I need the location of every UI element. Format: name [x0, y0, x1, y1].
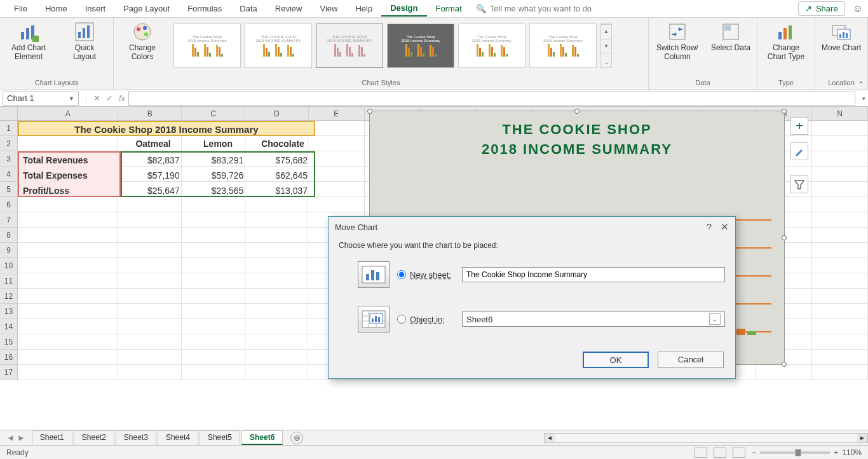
chart-handle[interactable]	[782, 109, 787, 114]
menu-format[interactable]: Format	[427, 1, 471, 16]
row-header-9[interactable]: 9	[0, 243, 17, 258]
row-header-12[interactable]: 12	[0, 289, 17, 304]
row-header-3[interactable]: 3	[0, 151, 17, 167]
dropdown-icon[interactable]: ⌄	[709, 313, 721, 325]
fx-icon[interactable]: fx	[116, 93, 128, 103]
column-header-B[interactable]: B	[118, 107, 182, 120]
row-header-2[interactable]: 2	[0, 136, 17, 151]
sheet-tab-sheet6[interactable]: Sheet6	[241, 430, 283, 445]
row-header-10[interactable]: 10	[0, 258, 17, 273]
zoom-in-button[interactable]: +	[834, 448, 838, 457]
horizontal-scrollbar[interactable]: ◄ ►	[544, 433, 868, 443]
select-data-button[interactable]: Select Data	[709, 20, 753, 53]
column-header-E[interactable]: E	[309, 107, 365, 120]
row-header-16[interactable]: 16	[0, 350, 17, 365]
chart-style-3[interactable]: THE COOKIE SHOP2018 INCOME SUMMARY	[316, 24, 383, 68]
sheet-tab-sheet3[interactable]: Sheet3	[116, 430, 156, 445]
row-header-6[interactable]: 6	[0, 197, 17, 212]
tab-nav-prev-icon[interactable]: ◄	[6, 433, 15, 442]
dialog-cancel-button[interactable]: Cancel	[658, 352, 724, 368]
column-header-D[interactable]: D	[245, 107, 309, 120]
collapse-ribbon-icon[interactable]: ⌃	[858, 80, 864, 89]
chart-styles-button[interactable]	[790, 142, 808, 160]
zoom-percent[interactable]: 110%	[842, 448, 862, 457]
row-header-11[interactable]: 11	[0, 273, 17, 289]
new-sheet-name-input[interactable]	[462, 267, 725, 282]
object-in-radio[interactable]: Object in:	[397, 315, 454, 324]
sheet-tab-sheet5[interactable]: Sheet5	[200, 430, 240, 445]
scrollbar-track[interactable]	[555, 434, 857, 442]
menu-review[interactable]: Review	[266, 1, 311, 16]
row-header-14[interactable]: 14	[0, 319, 17, 334]
dialog-titlebar[interactable]: Move Chart ? ✕	[329, 217, 735, 237]
row-header-5[interactable]: 5	[0, 182, 17, 197]
chart-style-6[interactable]: The Cookie Shop2018 Income Summary	[529, 24, 597, 68]
formula-bar-expand-icon[interactable]: ▾	[859, 95, 868, 102]
select-all-cell[interactable]	[0, 107, 18, 121]
change-chart-type-button[interactable]: Change Chart Type	[761, 20, 811, 63]
normal-view-button[interactable]	[695, 448, 707, 458]
zoom-out-button[interactable]: −	[752, 448, 756, 457]
switch-row-column-button[interactable]: Switch Row/ Column	[653, 20, 702, 63]
object-in-radio-input[interactable]	[397, 315, 406, 324]
row-header-8[interactable]: 8	[0, 228, 17, 243]
row-header-4[interactable]: 4	[0, 167, 17, 182]
row-header-17[interactable]: 17	[0, 365, 17, 380]
menu-view[interactable]: View	[311, 1, 346, 16]
menu-data[interactable]: Data	[231, 1, 266, 16]
menu-help[interactable]: Help	[346, 1, 381, 16]
page-break-view-button[interactable]	[733, 448, 745, 458]
menu-insert[interactable]: Insert	[76, 1, 115, 16]
object-in-select[interactable]: Sheet6 ⌄	[462, 312, 725, 327]
name-box[interactable]: Chart 1 ▼	[3, 92, 79, 106]
quick-layout-button[interactable]: Quick Layout	[60, 20, 109, 63]
cancel-formula-icon[interactable]: ✕	[90, 93, 103, 103]
menu-formulas[interactable]: Formulas	[179, 1, 231, 16]
dialog-close-button[interactable]: ✕	[721, 221, 729, 233]
column-header-C[interactable]: C	[182, 107, 245, 120]
dialog-ok-button[interactable]: OK	[583, 352, 649, 368]
row-header-15[interactable]: 15	[0, 334, 17, 350]
scroll-left-icon[interactable]: ◄	[545, 434, 555, 441]
change-colors-button[interactable]: Change Colors	[118, 20, 167, 63]
new-sheet-radio-input[interactable]	[397, 270, 406, 279]
chart-styles-more[interactable]: ▲▼⎯	[600, 24, 612, 68]
new-sheet-radio[interactable]: New sheet:	[397, 270, 454, 280]
chart-elements-button[interactable]: +	[790, 117, 808, 135]
row-header-1[interactable]: 1	[0, 121, 17, 136]
page-layout-view-button[interactable]	[714, 448, 726, 458]
menu-page-layout[interactable]: Page Layout	[114, 1, 179, 16]
sheet-tab-sheet2[interactable]: Sheet2	[74, 430, 114, 445]
column-header-N[interactable]: N	[812, 107, 868, 120]
chart-style-5[interactable]: The Cookie Shop2018 Income Summary	[458, 24, 526, 68]
dialog-help-button[interactable]: ?	[707, 221, 712, 233]
chart-style-4[interactable]: The Cookie Shop2018 Income Summary	[387, 24, 454, 68]
tab-nav-next-icon[interactable]: ►	[17, 433, 25, 442]
chart-handle[interactable]	[782, 362, 787, 367]
chart-handle[interactable]	[574, 109, 580, 114]
sheet-tab-sheet1[interactable]: Sheet1	[32, 430, 72, 445]
chart-style-1[interactable]: The Cookie Shop2018 Income Summary	[173, 24, 241, 68]
name-box-dropdown-icon[interactable]: ▼	[69, 95, 74, 102]
chart-filters-button[interactable]	[790, 175, 808, 193]
scroll-right-icon[interactable]: ►	[857, 434, 867, 441]
menu-home[interactable]: Home	[36, 1, 76, 16]
chart-handle[interactable]	[367, 109, 372, 114]
table-data[interactable]: $82,837$83,291$75,682 $57,190$59,726$62,…	[121, 151, 315, 197]
feedback-smiley-icon[interactable]: ☺	[853, 3, 863, 15]
sheet-tab-sheet4[interactable]: Sheet4	[158, 430, 198, 445]
share-button[interactable]: ↗ Share	[798, 1, 845, 16]
formula-bar[interactable]	[128, 92, 855, 106]
tellme-search[interactable]: 🔍 Tell me what you want to do	[476, 4, 592, 13]
chart-style-2[interactable]: THE COOKIE SHOP2018 INCOME SUMMARY	[245, 24, 312, 68]
enter-formula-icon[interactable]: ✓	[103, 93, 116, 103]
row-header-13[interactable]: 13	[0, 304, 17, 319]
add-chart-element-button[interactable]: Add Chart Element	[4, 20, 53, 63]
column-header-A[interactable]: A	[18, 107, 118, 120]
menu-file[interactable]: File	[5, 1, 36, 16]
move-chart-button[interactable]: Move Chart	[819, 20, 864, 53]
zoom-slider-thumb[interactable]	[795, 449, 801, 456]
row-header-7[interactable]: 7	[0, 212, 17, 228]
add-sheet-button[interactable]: ⊕	[290, 432, 303, 444]
chart-handle[interactable]	[782, 235, 787, 240]
